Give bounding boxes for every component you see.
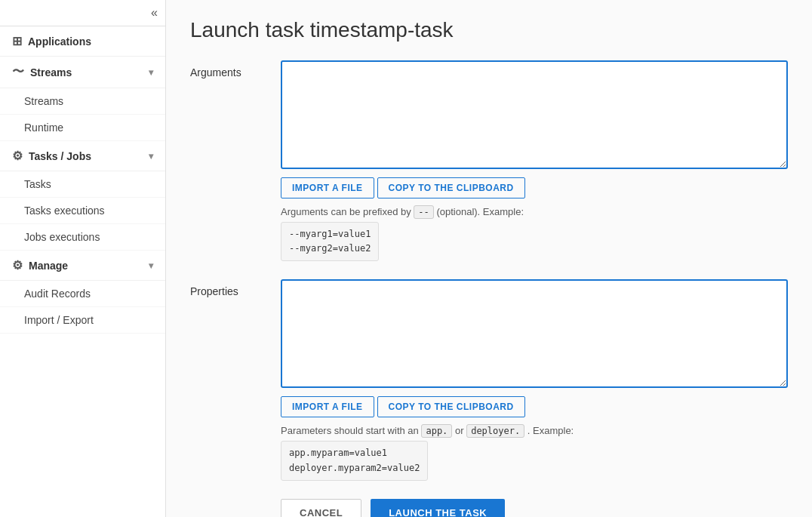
arguments-clipboard-button[interactable]: COPY TO THE CLIPBOARD [377,177,525,198]
tasks-chevron-icon: ▾ [149,151,153,162]
sidebar-item-manage-group[interactable]: ⚙ Manage ▾ [0,251,165,281]
manage-group-label: Manage [29,260,68,272]
cancel-button[interactable]: CANCEL [281,499,361,517]
arguments-hint-code: -- [414,205,433,219]
properties-clipboard-button[interactable]: COPY TO THE CLIPBOARD [377,396,525,417]
properties-hint: Parameters should start with an app. or … [281,425,788,436]
properties-example-line2: deployer.myparam2=value2 [289,463,420,473]
arguments-example-line1: --myarg1=value1 [289,229,371,239]
applications-icon: ⊞ [12,34,22,48]
properties-label: Properties [190,279,281,297]
arguments-hint: Arguments can be prefixed by -- (optiona… [281,206,788,217]
properties-textarea[interactable] [281,279,788,388]
properties-example: app.myparam=value1 deployer.myparam2=val… [281,441,428,480]
applications-label: Applications [28,35,91,48]
sidebar-item-streams[interactable]: Streams [0,88,165,115]
sidebar: « ⊞ Applications 〜 Streams ▾ Streams Run… [0,0,166,517]
sidebar-item-tasks-jobs-group[interactable]: ⚙ Tasks / Jobs ▾ [0,141,165,171]
launch-task-button[interactable]: LAUNCH THE TASK [371,499,505,517]
page-title: Launch task timestamp-task [190,18,788,42]
tasks-icon: ⚙ [12,149,23,163]
manage-chevron-icon: ▾ [149,260,153,271]
arguments-import-button[interactable]: IMPORT A FILE [281,177,374,198]
sidebar-item-audit-records[interactable]: Audit Records [0,281,165,307]
arguments-field: IMPORT A FILE COPY TO THE CLIPBOARD Argu… [281,60,788,261]
collapse-icon: « [151,6,158,20]
manage-icon: ⚙ [12,258,23,272]
manage-submenu: Audit Records Import / Export [0,281,165,334]
properties-hint-code1: app. [421,424,452,438]
main-content: Launch task timestamp-task Arguments IMP… [166,0,812,517]
sidebar-item-jobs-executions[interactable]: Jobs executions [0,224,165,251]
arguments-example: --myarg1=value1 --myarg2=value2 [281,222,379,261]
arguments-example-line2: --myarg2=value2 [289,243,371,254]
streams-chevron-icon: ▾ [149,67,153,78]
arguments-label: Arguments [190,60,281,78]
sidebar-item-streams-group[interactable]: 〜 Streams ▾ [0,57,165,88]
action-row: CANCEL LAUNCH THE TASK [190,499,788,517]
sidebar-item-runtime[interactable]: Runtime [0,115,165,141]
sidebar-item-tasks[interactable]: Tasks [0,171,165,198]
sidebar-item-tasks-executions[interactable]: Tasks executions [0,198,165,224]
properties-field: IMPORT A FILE COPY TO THE CLIPBOARD Para… [281,279,788,480]
properties-button-row: IMPORT A FILE COPY TO THE CLIPBOARD [281,396,788,417]
sidebar-collapse-button[interactable]: « [0,0,165,26]
tasks-group-label: Tasks / Jobs [29,150,91,162]
tasks-submenu: Tasks Tasks executions Jobs executions [0,171,165,251]
arguments-button-row: IMPORT A FILE COPY TO THE CLIPBOARD [281,177,788,198]
sidebar-item-import-export[interactable]: Import / Export [0,307,165,334]
arguments-row: Arguments IMPORT A FILE COPY TO THE CLIP… [190,60,788,261]
sidebar-item-applications[interactable]: ⊞ Applications [0,26,165,57]
arguments-textarea[interactable] [281,60,788,169]
streams-group-label: Streams [30,66,72,78]
properties-example-line1: app.myparam=value1 [289,448,387,458]
properties-hint-code2: deployer. [466,424,524,438]
streams-submenu: Streams Runtime [0,88,165,141]
streams-icon: 〜 [12,64,24,80]
properties-import-button[interactable]: IMPORT A FILE [281,396,374,417]
properties-row: Properties IMPORT A FILE COPY TO THE CLI… [190,279,788,480]
